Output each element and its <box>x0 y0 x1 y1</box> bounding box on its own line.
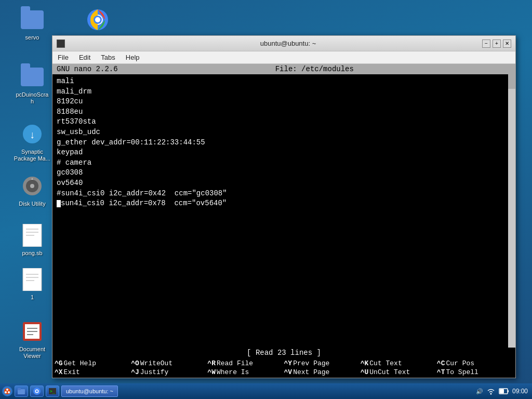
content-line: 8192cu <box>57 97 511 107</box>
svg-text:↓: ↓ <box>30 129 35 140</box>
desktop-icon-pcduino-label: pcDuinoScra h <box>14 91 51 105</box>
nano-header: GNU nano 2.2.6 File: /etc/modules <box>52 64 515 74</box>
svg-point-3 <box>95 17 100 22</box>
shortcut-curpos[interactable]: ^C Cur Pos <box>437 360 513 367</box>
shortcut-label-curpos: Cur Pos <box>446 360 474 367</box>
svg-point-33 <box>490 393 491 395</box>
shortcut-row-2: ^X Exit ^J Justify ^W Where Is ^V Next P… <box>55 368 513 377</box>
taskbar-browser-icon[interactable] <box>30 385 44 397</box>
shortcut-key-v: ^V <box>284 368 292 376</box>
shortcut-key-x: ^X <box>55 368 63 376</box>
close-button[interactable]: ✕ <box>503 39 511 48</box>
window-controls: − + ✕ <box>482 39 511 48</box>
shortcut-key-y: ^Y <box>284 360 292 367</box>
terminal-window: ubuntu@ubuntu: ~ − + ✕ File Edit Tabs He… <box>52 35 516 378</box>
shortcut-row-1: ^G Get Help ^O WriteOut ^R Read File ^Y … <box>55 359 513 368</box>
svg-point-8 <box>30 184 34 188</box>
shortcut-key-u: ^U <box>361 368 369 376</box>
shortcut-exit[interactable]: ^X Exit <box>55 368 131 376</box>
svg-point-25 <box>8 391 10 393</box>
desktop-icon-file1-label: 1 <box>31 294 34 301</box>
shortcut-label-cuttext: Cut Text <box>369 360 402 367</box>
taskbar-files-icon[interactable] <box>15 385 28 397</box>
taskbar-time: 09:00 <box>512 388 528 395</box>
svg-rect-13 <box>23 268 42 291</box>
desktop-icon-pong-label: pong.sb <box>22 250 42 257</box>
desktop-icon-pong[interactable]: pong.sb <box>11 221 53 259</box>
desktop-icon-synaptic[interactable]: ↓ SynapticPackage Ma... <box>11 119 53 164</box>
terminal-icon <box>57 39 65 48</box>
desktop-icon-pcduino[interactable]: pcDuinoScra h <box>11 62 53 107</box>
shortcut-key-k: ^K <box>361 360 369 367</box>
content-line: # camera <box>57 158 511 168</box>
shortcut-uncuttext[interactable]: ^U UnCut Text <box>361 368 437 376</box>
shortcut-label-whereis: Where Is <box>217 368 249 376</box>
shortcut-justify[interactable]: ^J Justify <box>131 368 207 376</box>
shortcut-whereis[interactable]: ^W Where Is <box>207 368 284 376</box>
shortcut-label-justify: Justify <box>140 368 169 376</box>
shortcut-nextpage[interactable]: ^V Next Page <box>284 368 361 376</box>
taskbar-right: 🔊 09:00 <box>476 387 530 396</box>
shortcut-writeout[interactable]: ^O WriteOut <box>131 360 207 367</box>
menu-file[interactable]: File <box>55 52 72 62</box>
shortcut-label-exit: Exit <box>64 368 80 376</box>
shortcut-label-nextpage: Next Page <box>293 368 329 376</box>
shortcut-label-gethelp: Get Help <box>64 360 96 367</box>
menu-edit[interactable]: Edit <box>76 52 94 62</box>
maximize-button[interactable]: + <box>493 39 501 48</box>
desktop-icon-servo-label: servo <box>25 34 39 41</box>
taskbar: >_ ubuntu@ubuntu: ~ 🔊 09:00 <box>0 383 532 399</box>
menu-help[interactable]: Help <box>123 52 143 62</box>
svg-point-23 <box>6 389 8 391</box>
minimize-button[interactable]: − <box>482 39 490 48</box>
terminal-content[interactable]: mali mali_drm 8192cu 8188eu rt5370sta sw… <box>52 74 515 348</box>
shortcut-key-j: ^J <box>131 368 139 376</box>
shortcut-key-c: ^C <box>437 360 445 367</box>
content-line: sw_usb_udc <box>57 127 511 138</box>
scrollbar[interactable] <box>508 74 515 348</box>
desktop-icon-disk-utility[interactable]: Disk Utility <box>11 171 53 209</box>
shortcut-label-prevpage: Prev Page <box>293 360 329 367</box>
shortcut-label-readfile: Read File <box>217 360 253 367</box>
nano-shortcuts: ^G Get Help ^O WriteOut ^R Read File ^Y … <box>52 358 515 378</box>
nano-filename: File: /etc/modules <box>275 65 354 73</box>
content-line: mali <box>57 76 511 87</box>
desktop-icon-document-viewer[interactable]: DocumentViewer <box>11 317 53 362</box>
desktop-icon-synaptic-label: SynapticPackage Ma... <box>14 149 50 162</box>
content-line: mali_drm <box>57 87 511 97</box>
svg-point-30 <box>36 390 38 392</box>
taskbar-start-icons: >_ <box>2 385 59 397</box>
svg-point-24 <box>5 391 7 393</box>
shortcut-gethelp[interactable]: ^G Get Help <box>55 360 131 367</box>
shortcut-label-uncuttext: UnCut Text <box>369 368 410 376</box>
desktop-icon-servo[interactable]: servo <box>11 5 53 43</box>
shortcut-readfile[interactable]: ^R Read File <box>207 360 284 367</box>
shortcut-key-t: ^T <box>437 368 445 376</box>
svg-rect-35 <box>508 390 509 392</box>
shortcut-label-writeout: WriteOut <box>140 360 172 367</box>
content-line: g_ether dev_addr=00:11:22:33:44:55 <box>57 138 511 148</box>
content-line: #sun4i_csi0 i2c_addr=0x42 ccm="gc0308" <box>57 189 511 199</box>
svg-rect-27 <box>18 388 21 390</box>
wifi-icon[interactable] <box>486 387 496 396</box>
svg-text:>_: >_ <box>50 389 55 394</box>
shortcut-tospell[interactable]: ^T To Spell <box>437 368 513 376</box>
content-line: 8188eu <box>57 107 511 117</box>
menu-bar: File Edit Tabs Help <box>52 51 515 64</box>
svg-rect-36 <box>500 389 504 393</box>
shortcut-key-w: ^W <box>207 368 216 376</box>
content-line: sun4i_csi0 i2c_addr=0x78 ccm="ov5640" <box>57 198 511 209</box>
shortcut-cuttext[interactable]: ^K Cut Text <box>361 360 437 367</box>
terminal-titlebar: ubuntu@ubuntu: ~ − + ✕ <box>52 36 515 51</box>
taskbar-terminal-button[interactable]: ubuntu@ubuntu: ~ <box>61 385 118 397</box>
taskbar-ubuntu-icon[interactable] <box>2 386 12 396</box>
terminal-title: ubuntu@ubuntu: ~ <box>65 39 511 47</box>
taskbar-terminal-icon[interactable]: >_ <box>46 385 59 397</box>
desktop-icon-file1[interactable]: 1 <box>11 265 53 303</box>
battery-icon <box>499 388 509 395</box>
desktop-icon-document-viewer-label: DocumentViewer <box>19 346 45 360</box>
shortcut-label-tospell: To Spell <box>446 368 478 376</box>
menu-tabs[interactable]: Tabs <box>98 52 118 62</box>
shortcut-prevpage[interactable]: ^Y Prev Page <box>284 360 361 367</box>
speaker-icon[interactable]: 🔊 <box>476 388 483 395</box>
